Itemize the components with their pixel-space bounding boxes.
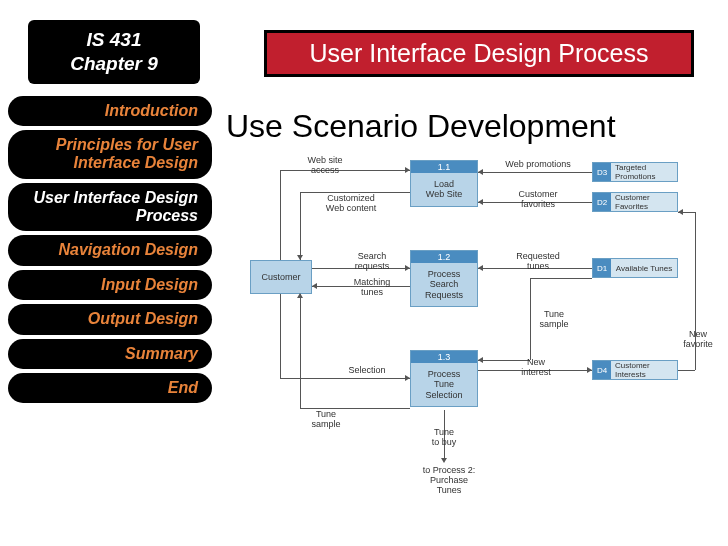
- entity-customer: Customer: [250, 260, 312, 294]
- process-name: Process Search Requests: [411, 263, 477, 306]
- page-subtitle: Use Scenario Development: [226, 108, 616, 145]
- process-name: Process Tune Selection: [411, 363, 477, 406]
- flow-customer-favorites: Customer favorites: [510, 190, 566, 210]
- flow-tune-to-buy: Tune to buy: [422, 428, 466, 448]
- process-1-1: 1.1 Load Web Site: [410, 160, 478, 207]
- flow-web-site-access: Web site access: [300, 156, 350, 176]
- nav-navigation-design[interactable]: Navigation Design: [8, 235, 212, 265]
- flow-selection: Selection: [342, 366, 392, 376]
- nav-principles[interactable]: Principles for User Interface Design: [8, 130, 212, 179]
- flow-matching-tunes: Matching tunes: [348, 278, 396, 298]
- process-name: Load Web Site: [411, 173, 477, 206]
- store-id: D2: [593, 193, 611, 211]
- store-d2: D2 Customer Favorites: [592, 192, 678, 212]
- dfd-diagram: Customer 1.1 Load Web Site 1.2 Process S…: [230, 160, 720, 540]
- store-d3: D3 Targeted Promotions: [592, 162, 678, 182]
- flow-new-interest: New interest: [516, 358, 556, 378]
- process-num: 1.1: [411, 161, 477, 173]
- store-name: Customer Favorites: [611, 193, 677, 211]
- flow-new-favorite: New favorite: [678, 330, 718, 350]
- flow-to-process2: to Process 2: Purchase Tunes: [416, 466, 482, 496]
- chapter-line1: IS 431: [28, 28, 200, 52]
- nav-output-design[interactable]: Output Design: [8, 304, 212, 334]
- process-num: 1.3: [411, 351, 477, 363]
- flow-web-promotions: Web promotions: [498, 160, 578, 170]
- store-name: Targeted Promotions: [611, 163, 677, 181]
- flow-search-requests: Search requests: [348, 252, 396, 272]
- store-id: D1: [593, 259, 611, 277]
- store-name: Customer Interests: [611, 361, 677, 379]
- nav-ui-design-process[interactable]: User Interface Design Process: [8, 183, 212, 232]
- process-1-3: 1.3 Process Tune Selection: [410, 350, 478, 407]
- store-d4: D4 Customer Interests: [592, 360, 678, 380]
- store-id: D3: [593, 163, 611, 181]
- nav-introduction[interactable]: Introduction: [8, 96, 212, 126]
- flow-tune-sample1: Tune sample: [534, 310, 574, 330]
- page-banner: User Interface Design Process: [264, 30, 694, 77]
- store-d1: D1 Available Tunes: [592, 258, 678, 278]
- flow-requested-tunes: Requested tunes: [510, 252, 566, 272]
- process-1-2: 1.2 Process Search Requests: [410, 250, 478, 307]
- store-id: D4: [593, 361, 611, 379]
- flow-tune-sample2: Tune sample: [306, 410, 346, 430]
- nav-summary[interactable]: Summary: [8, 339, 212, 369]
- store-name: Available Tunes: [611, 259, 677, 277]
- flow-customized-web-content: Customized Web content: [320, 194, 382, 214]
- nav-input-design[interactable]: Input Design: [8, 270, 212, 300]
- chapter-box: IS 431 Chapter 9: [28, 20, 200, 84]
- process-num: 1.2: [411, 251, 477, 263]
- nav-end[interactable]: End: [8, 373, 212, 403]
- chapter-line2: Chapter 9: [28, 52, 200, 76]
